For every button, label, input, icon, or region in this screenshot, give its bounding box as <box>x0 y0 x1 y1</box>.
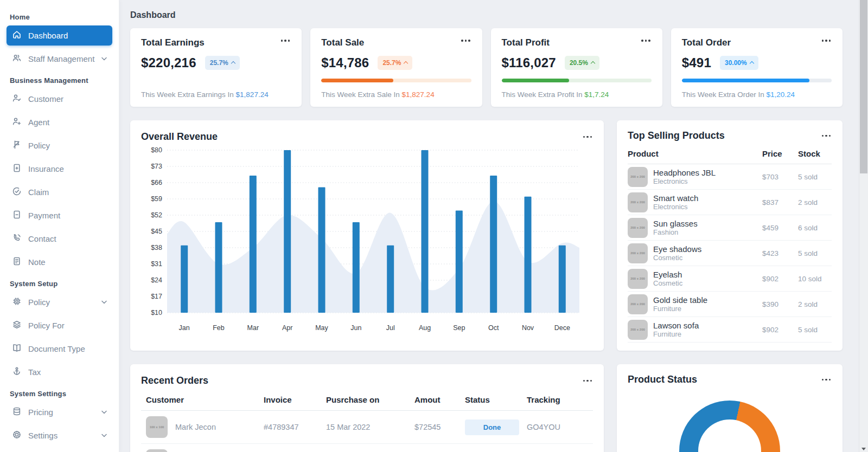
sidebar-item-label: Agent <box>28 118 49 127</box>
stat-caption-value: $1,827.24 <box>402 91 435 99</box>
sidebar-item-contact[interactable]: Contact <box>7 229 112 249</box>
file-plus-icon <box>12 163 22 175</box>
user-check-icon <box>12 93 22 105</box>
sidebar-item-label: Customer <box>28 94 63 104</box>
sidebar-item-label: Contact <box>28 234 56 243</box>
ellipsis-menu-icon[interactable] <box>640 37 652 44</box>
svg-text:Dece: Dece <box>554 324 570 332</box>
ellipsis-menu-icon[interactable] <box>460 37 471 44</box>
product-row: 200 x 200 Eye shadowsCosmetic $423 5 sol… <box>628 241 832 266</box>
chevron-down-icon <box>101 434 107 437</box>
trend-badge: 20.5% <box>565 56 599 70</box>
stat-title: Total Order <box>682 37 731 48</box>
sidebar-item-tax[interactable]: Tax <box>7 362 112 382</box>
top-products-title: Top Selling Products <box>628 130 725 141</box>
sidebar-item-claim[interactable]: Claim <box>7 182 112 202</box>
chevron-up-icon <box>231 61 235 66</box>
sidebar-item-label: Settings <box>28 431 58 440</box>
product-status-donut-chart <box>679 401 780 452</box>
ellipsis-menu-icon[interactable] <box>582 378 593 384</box>
page-title: Dashboard <box>130 0 843 28</box>
svg-text:$10: $10 <box>151 309 162 317</box>
stats-row: Total Earnings $220,216 25.7% This Week … <box>130 28 843 107</box>
home-icon <box>12 30 22 41</box>
svg-text:Mar: Mar <box>247 324 259 332</box>
sidebar-item-customer[interactable]: Customer <box>7 89 112 109</box>
sidebar-item-staff-management[interactable]: Staff Management <box>7 49 112 69</box>
stat-card-total-profit: Total Profit $116,027 20.5% This Week Ex… <box>491 28 662 107</box>
recent-orders-card: Recent Orders Customer Invoice Pusrchase… <box>130 364 604 452</box>
svg-text:$17: $17 <box>151 293 162 300</box>
chevron-down-icon <box>101 57 107 61</box>
sidebar-item-settings[interactable]: Settings <box>7 425 112 445</box>
phone-icon <box>12 233 22 244</box>
svg-text:$80: $80 <box>151 146 162 154</box>
stat-card-total-order: Total Order $491 30.00% This Week Extra … <box>671 28 843 107</box>
svg-text:$59: $59 <box>151 195 162 203</box>
sidebar-item-label: Tax <box>28 367 41 377</box>
sidebar-item-note[interactable]: Note <box>7 252 112 272</box>
product-row: 200 x 200 Headphones JBLElectronics $703… <box>628 164 832 190</box>
ellipsis-menu-icon[interactable] <box>280 37 291 44</box>
svg-text:Jul: Jul <box>386 324 395 332</box>
sidebar-item-label: Staff Management <box>28 54 94 63</box>
trend-badge: 25.7% <box>205 56 240 70</box>
chevron-down-icon <box>101 410 107 414</box>
chevron-down-icon <box>101 300 107 304</box>
database-icon <box>12 406 22 418</box>
stat-title: Total Earnings <box>141 37 205 48</box>
scrollbar-thumb[interactable] <box>860 0 867 173</box>
chevron-up-icon <box>591 61 595 66</box>
progress-bar <box>321 79 471 82</box>
stat-caption: This Week Extra Profit In $1,7.24 <box>502 91 609 99</box>
svg-text:Apr: Apr <box>282 324 292 332</box>
vertical-scrollbar[interactable] <box>859 0 868 452</box>
svg-text:Jun: Jun <box>350 324 361 332</box>
stat-caption-value: $1,7.24 <box>584 91 609 99</box>
customer-avatar-placeholder <box>146 449 168 452</box>
scrollbar-down-arrow[interactable] <box>859 448 868 450</box>
svg-text:Sep: Sep <box>453 324 465 332</box>
anchor-icon <box>12 366 22 378</box>
sidebar-item-pricing[interactable]: Pricing <box>7 402 112 422</box>
svg-text:$24: $24 <box>151 276 162 284</box>
stat-value: $14,786 <box>321 55 369 70</box>
sidebar-item-agent[interactable]: Agent <box>7 112 112 132</box>
sidebar-item-label: Insurance <box>28 164 64 173</box>
product-image-placeholder: 200 x 200 <box>628 167 648 187</box>
product-row: 200 x 200 Sun glassesFashion $459 6 sold <box>628 215 832 241</box>
product-image-placeholder: 200 x 200 <box>628 218 648 238</box>
svg-text:Oct: Oct <box>488 324 499 332</box>
svg-text:$38: $38 <box>151 244 162 251</box>
ellipsis-menu-icon[interactable] <box>821 377 832 383</box>
chip-icon <box>12 296 22 308</box>
sidebar-item-dashboard[interactable]: Dashboard <box>7 25 112 46</box>
svg-text:Nov: Nov <box>522 324 534 332</box>
ellipsis-menu-icon[interactable] <box>582 134 593 140</box>
stat-title: Total Sale <box>321 37 364 48</box>
overall-revenue-card: Overall Revenue $80$73$66$59$52$45$38$31… <box>130 120 604 351</box>
sidebar-item-label: Policy For <box>28 321 65 330</box>
svg-text:$31: $31 <box>151 260 162 268</box>
sidebar-item-insurance[interactable]: Insurance <box>7 159 112 179</box>
file-minus-icon <box>12 210 22 221</box>
svg-text:$45: $45 <box>151 228 162 235</box>
stat-value: $116,027 <box>502 55 556 70</box>
ellipsis-menu-icon[interactable] <box>821 133 832 139</box>
product-status-card: Product Status <box>617 364 843 452</box>
product-row: 200 x 200 Gold side tableFurniture $390 … <box>628 292 832 317</box>
orders-table-header: Customer Invoice Pusrchase on Amout Stat… <box>141 395 593 411</box>
ellipsis-menu-icon[interactable] <box>821 37 832 44</box>
sidebar-item-policy-business[interactable]: Policy <box>7 135 112 156</box>
user-plus-icon <box>12 117 22 128</box>
sidebar-item-policy-setup[interactable]: Policy <box>7 292 112 312</box>
sidebar-item-policy-for[interactable]: Policy For <box>7 315 112 335</box>
product-image-placeholder: 200 x 200 <box>628 243 648 263</box>
order-row: 100 x 100 Mark Jecon #4789347 15 Mar 202… <box>141 411 593 444</box>
sidebar-item-label: Payment <box>28 211 60 220</box>
stat-caption: This Week Extra Order In $1,20.24 <box>682 91 795 99</box>
sidebar-item-payment[interactable]: Payment <box>7 205 112 225</box>
recent-orders-title: Recent Orders <box>141 375 208 386</box>
sidebar-item-document-type[interactable]: Document Type <box>7 339 112 359</box>
svg-text:$73: $73 <box>151 163 162 170</box>
